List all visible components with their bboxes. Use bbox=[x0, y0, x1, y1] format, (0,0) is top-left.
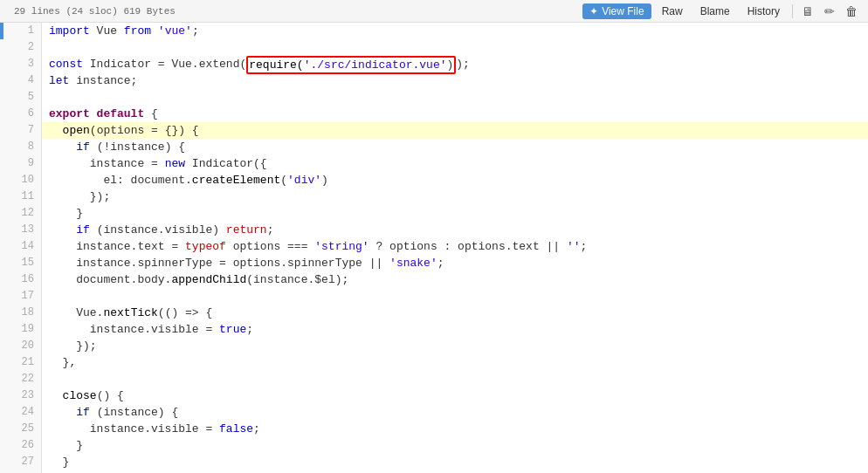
code-lines: import Vue from 'vue'; const Indicator =… bbox=[42, 23, 868, 473]
edit-icon-button[interactable]: ✏ bbox=[821, 3, 838, 20]
code-line-10: el: document.createElement('div') bbox=[42, 172, 868, 189]
active-line-indicator bbox=[0, 23, 3, 39]
toolbar: 29 lines (24 sloc) 619 Bytes ✦ View File… bbox=[0, 0, 868, 23]
file-info: 29 lines (24 sloc) 619 Bytes bbox=[7, 6, 176, 17]
blame-label: Blame bbox=[700, 5, 730, 17]
code-line-21: }, bbox=[42, 354, 868, 371]
code-line-16: document.body.appendChild(instance.$el); bbox=[42, 271, 868, 288]
line-numbers: 1 2 3 4 5 6 7 8 9 10 11 12 13 14 15 16 1… bbox=[0, 23, 42, 473]
code-line-14: instance.text = typeof options === 'stri… bbox=[42, 238, 868, 255]
line-num: 3 bbox=[7, 56, 34, 72]
line-num: 24 bbox=[7, 404, 34, 421]
code-line-15: instance.spinnerType = options.spinnerTy… bbox=[42, 255, 868, 271]
line-num: 5 bbox=[7, 89, 34, 106]
code-line-17 bbox=[42, 288, 868, 305]
line-num: 16 bbox=[7, 271, 34, 288]
code-line-6: export default { bbox=[42, 106, 868, 122]
delete-icon-button[interactable]: 🗑 bbox=[842, 3, 861, 20]
code-line-25: instance.visible = false; bbox=[42, 421, 868, 437]
line-num: 18 bbox=[7, 305, 34, 321]
raw-button[interactable]: Raw bbox=[655, 3, 690, 19]
line-num: 11 bbox=[7, 189, 34, 205]
code-line-2 bbox=[42, 39, 868, 56]
line-num: 19 bbox=[7, 321, 34, 338]
code-line-19: instance.visible = true; bbox=[42, 321, 868, 338]
line-num: 7 bbox=[7, 122, 34, 139]
blame-button[interactable]: Blame bbox=[693, 3, 737, 19]
line-num: 25 bbox=[7, 421, 34, 437]
code-line-8: if (!instance) { bbox=[42, 139, 868, 155]
history-label: History bbox=[747, 5, 780, 17]
code-line-22 bbox=[42, 371, 868, 387]
line-num: 20 bbox=[7, 338, 34, 354]
line-num: 10 bbox=[7, 172, 34, 189]
code-line-4: let instance; bbox=[42, 72, 868, 89]
line-num: 15 bbox=[7, 255, 34, 271]
view-file-label: View File bbox=[602, 5, 644, 17]
line-num: 2 bbox=[7, 39, 34, 56]
line-num: 9 bbox=[7, 155, 34, 172]
line-num: 27 bbox=[7, 454, 34, 470]
line-num: 8 bbox=[7, 139, 34, 155]
line-num: 17 bbox=[7, 288, 34, 305]
monitor-icon-button[interactable]: 🖥 bbox=[798, 3, 817, 20]
history-button[interactable]: History bbox=[741, 3, 787, 19]
code-line-20: }); bbox=[42, 338, 868, 354]
code-line-13: if (instance.visible) return; bbox=[42, 222, 868, 238]
code-line-9: instance = new Indicator({ bbox=[42, 155, 868, 172]
code-line-23: close() { bbox=[42, 387, 868, 404]
code-line-5 bbox=[42, 89, 868, 106]
code-line-12: } bbox=[42, 205, 868, 222]
code-line-7: open(options = {}) { bbox=[42, 122, 868, 139]
line-num: 26 bbox=[7, 437, 34, 454]
line-num: 21 bbox=[7, 354, 34, 371]
line-num: 6 bbox=[7, 106, 34, 122]
code-line-18: Vue.nextTick(() => { bbox=[42, 305, 868, 321]
raw-label: Raw bbox=[662, 5, 683, 17]
eye-icon: ✦ bbox=[589, 5, 598, 17]
code-line-1: import Vue from 'vue'; bbox=[42, 23, 868, 39]
code-container: 1 2 3 4 5 6 7 8 9 10 11 12 13 14 15 16 1… bbox=[0, 23, 868, 473]
highlighted-require: require('./src/indicator.vue') bbox=[246, 56, 456, 74]
line-num: 13 bbox=[7, 222, 34, 238]
code-line-11: }); bbox=[42, 189, 868, 205]
keyword-import: import bbox=[49, 23, 90, 39]
view-file-button[interactable]: ✦ View File bbox=[582, 3, 651, 19]
line-num: 22 bbox=[7, 371, 34, 387]
code-line-24: if (instance) { bbox=[42, 404, 868, 421]
line-num: 4 bbox=[7, 72, 34, 89]
separator bbox=[792, 4, 793, 18]
line-num: 1 bbox=[7, 23, 34, 39]
code-line-26: } bbox=[42, 437, 868, 454]
code-line-27: } bbox=[42, 454, 868, 470]
line-num: 23 bbox=[7, 387, 34, 404]
code-line-3: const Indicator = Vue.extend(require('./… bbox=[42, 56, 868, 72]
line-num: 12 bbox=[7, 205, 34, 222]
line-num: 14 bbox=[7, 238, 34, 255]
